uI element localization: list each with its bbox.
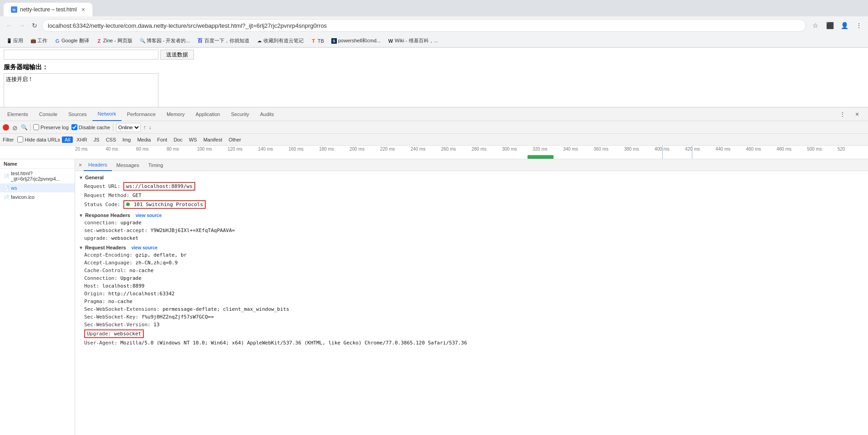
- general-section: ▼ General Request URL: ws://localhost:88…: [79, 173, 864, 210]
- timeline-label-300: 300 ms: [502, 147, 533, 152]
- filter-img[interactable]: Img: [120, 137, 133, 143]
- tab-security[interactable]: Security: [225, 107, 254, 121]
- status-code-row: Status Code: 101 Switching Protocols: [79, 199, 864, 210]
- throttle-select[interactable]: Online: [116, 123, 141, 132]
- preserve-log-label[interactable]: Preserve log: [33, 124, 69, 130]
- hide-data-urls-label[interactable]: Hide data URLs: [17, 137, 60, 142]
- bookmark-zine[interactable]: Z Zine - 网页版: [94, 36, 135, 45]
- timeline-label-480: 480 ms: [777, 147, 807, 152]
- filter-css[interactable]: CSS: [103, 137, 119, 143]
- tab-sources[interactable]: Sources: [63, 107, 92, 121]
- file-item-test-html[interactable]: 📄 test.html?_ijt=6rlj27rjc2pvnrp4...: [0, 169, 75, 183]
- preserve-log-checkbox[interactable]: [33, 124, 39, 130]
- main-area: Name 📄 test.html?_ijt=6rlj27rjc2pvnrp4..…: [0, 159, 868, 435]
- req-header-accept-language: Accept-Language: zh-CN,zh;q=0.9: [79, 259, 864, 267]
- work-icon: 💼: [30, 38, 36, 44]
- filter-media[interactable]: Media: [134, 137, 153, 143]
- file-icon-ws: 📄: [4, 186, 9, 191]
- tab-memory[interactable]: Memory: [161, 107, 190, 121]
- bookmark-google-translate[interactable]: G Google 翻译: [52, 36, 92, 45]
- filter-other[interactable]: Other: [226, 137, 244, 143]
- hide-data-urls-checkbox[interactable]: [17, 137, 23, 142]
- bookmark-wiki[interactable]: W Wiki - 维基百科，...: [385, 36, 441, 45]
- bookmark-apps[interactable]: 📱 应用: [4, 36, 26, 45]
- bookmark-tb[interactable]: T TB: [308, 37, 327, 45]
- send-button[interactable]: 送送数据: [160, 50, 194, 60]
- status-code-value-highlighted: 101 Switching Protocols: [123, 200, 206, 209]
- timeline-label-380: 380 ms: [624, 147, 655, 152]
- back-button[interactable]: ←: [4, 20, 15, 31]
- general-section-header[interactable]: ▼ General: [79, 173, 864, 181]
- response-headers-triangle-icon: ▼: [79, 213, 83, 218]
- file-name-favicon: favicon.ico: [11, 194, 35, 200]
- bookmark-powershell[interactable]: S powershell和cmd...: [329, 36, 384, 45]
- bookmark-youdao[interactable]: ☁ 收藏到有道云笔记: [254, 36, 306, 45]
- tab-elements[interactable]: Elements: [2, 107, 34, 121]
- response-header-connection: connection: upgrade: [79, 219, 864, 227]
- disable-cache-checkbox[interactable]: [71, 124, 77, 130]
- tab-favicon: Ie: [11, 6, 17, 13]
- account-button[interactable]: 👤: [839, 20, 850, 31]
- bookmark-star-button[interactable]: ☆: [810, 20, 821, 31]
- refresh-button[interactable]: ↻: [29, 20, 40, 31]
- search-network-icon[interactable]: 🔍: [21, 124, 27, 131]
- browser-chrome: Ie netty-lecture – test.html × ← → ↻ ☆ ⬛…: [0, 0, 868, 48]
- file-item-favicon[interactable]: 📄 favicon.ico: [0, 192, 75, 202]
- filter-font[interactable]: Font: [154, 137, 170, 143]
- tab-console[interactable]: Console: [34, 107, 63, 121]
- tab-network[interactable]: Network: [92, 107, 122, 121]
- tab-close-icon[interactable]: ×: [81, 6, 85, 13]
- response-headers-view-source[interactable]: view source: [136, 213, 162, 218]
- timeline-label-220: 220 ms: [380, 147, 411, 152]
- file-item-ws[interactable]: 📄 ws: [0, 183, 75, 192]
- tab-audits[interactable]: Audits: [254, 107, 279, 121]
- bookmark-tb-label: TB: [318, 38, 324, 44]
- disable-cache-label[interactable]: Disable cache: [71, 124, 110, 130]
- general-triangle-icon: ▼: [79, 175, 83, 180]
- active-tab[interactable]: Ie netty-lecture – test.html ×: [4, 3, 92, 16]
- zine-icon: Z: [96, 38, 102, 44]
- request-headers-section-header[interactable]: ▼ Request Headers view source: [79, 243, 864, 251]
- response-headers-section-header[interactable]: ▼ Response Headers view source: [79, 211, 864, 219]
- devtools-settings-icon[interactable]: ⋮: [837, 109, 848, 120]
- sub-tab-messages[interactable]: Messages: [112, 159, 144, 171]
- menu-button[interactable]: ⋮: [853, 20, 864, 31]
- cast-button[interactable]: ⬛: [824, 20, 835, 31]
- bookmark-cnblogs[interactable]: 🔍 博客园 - 开发者的...: [137, 36, 193, 45]
- filter-types: All XHR JS CSS Img Media Font Doc WS Man…: [62, 137, 244, 143]
- timeline-label-280: 280 ms: [472, 147, 502, 152]
- tab-application[interactable]: Application: [190, 107, 226, 121]
- request-headers-view-source[interactable]: view source: [132, 245, 157, 250]
- filter-all[interactable]: All: [62, 137, 73, 143]
- bookmark-wiki-label: Wiki - 维基百科，...: [395, 37, 438, 44]
- bookmark-work[interactable]: 💼 工作: [28, 36, 50, 45]
- forward-button[interactable]: →: [16, 20, 27, 31]
- clear-button[interactable]: ⊘: [12, 124, 18, 131]
- filter-xhr[interactable]: XHR: [74, 137, 90, 143]
- timeline-label-340: 340 ms: [563, 147, 594, 152]
- tab-performance[interactable]: Performance: [122, 107, 161, 121]
- request-method-value: GET: [132, 192, 142, 198]
- filter-doc[interactable]: Doc: [171, 137, 185, 143]
- bookmark-work-label: 工作: [37, 37, 47, 44]
- sub-tab-timing[interactable]: Timing: [144, 159, 168, 171]
- timeline-label-260: 260 ms: [441, 147, 472, 152]
- req-header-origin: Origin: http://localhost:63342: [79, 290, 864, 298]
- record-button[interactable]: [3, 124, 9, 131]
- filter-ws[interactable]: WS: [186, 137, 200, 143]
- sub-tab-headers[interactable]: Headers: [84, 159, 112, 171]
- cnblogs-icon: 🔍: [140, 38, 145, 44]
- filter-manifest[interactable]: Manifest: [201, 137, 225, 143]
- sub-tab-close-icon[interactable]: ×: [79, 162, 82, 168]
- filter-js[interactable]: JS: [91, 137, 102, 143]
- server-output-label: 服务器端输出：: [4, 63, 864, 71]
- google-translate-icon: G: [55, 38, 60, 44]
- download-icon: ↓: [149, 124, 152, 131]
- devtools-toolbar: Elements Console Sources Network Perform…: [0, 107, 868, 121]
- bookmark-baidu[interactable]: 百 百度一下，你就知道: [195, 36, 252, 45]
- request-headers-triangle-icon: ▼: [79, 245, 83, 250]
- devtools-close-icon[interactable]: ×: [852, 109, 863, 120]
- timeline-label-80: 80 ms: [167, 147, 197, 152]
- message-input[interactable]: [4, 50, 158, 60]
- address-bar[interactable]: [42, 19, 806, 32]
